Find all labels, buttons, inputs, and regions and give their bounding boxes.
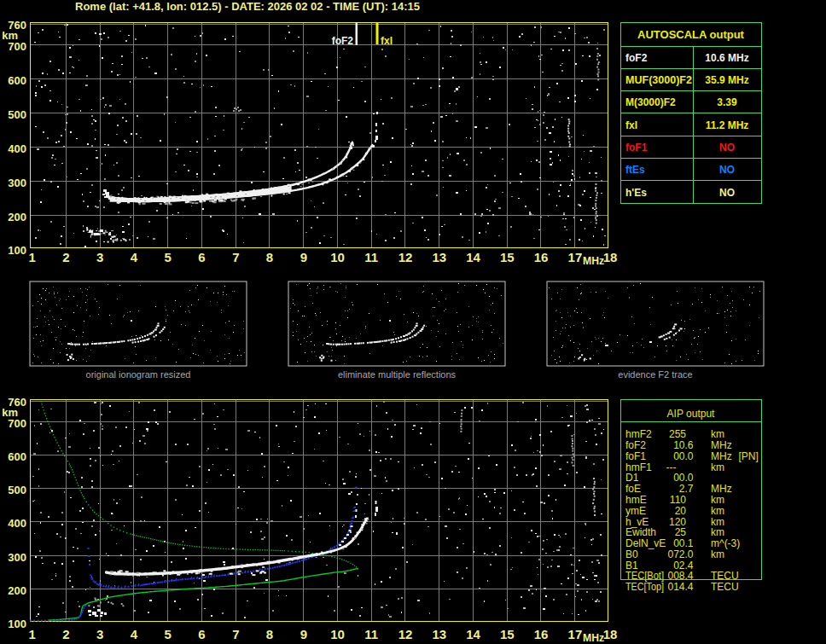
- svg-text:M(3000)F2: M(3000)F2: [625, 96, 676, 108]
- svg-text:4: 4: [131, 250, 138, 264]
- svg-text:5: 5: [165, 627, 172, 641]
- svg-text:13: 13: [432, 250, 446, 264]
- svg-text:9: 9: [300, 627, 307, 641]
- svg-text:700: 700: [8, 40, 26, 53]
- svg-text:014.4: 014.4: [667, 581, 693, 593]
- svg-text:600: 600: [8, 450, 26, 463]
- svg-text:14: 14: [466, 627, 480, 641]
- svg-text:NO: NO: [719, 142, 735, 154]
- svg-text:Rome (lat: +41.8, lon: 012.5): Rome (lat: +41.8, lon: 012.5) - DATE: 20…: [75, 0, 420, 13]
- svg-text:foF2: foF2: [625, 52, 648, 64]
- svg-text:km: km: [711, 548, 724, 560]
- svg-text:300: 300: [8, 177, 26, 189]
- svg-text:3: 3: [96, 250, 103, 264]
- svg-text:14: 14: [466, 250, 480, 264]
- svg-text:9: 9: [300, 250, 307, 264]
- svg-text:700: 700: [8, 417, 26, 430]
- svg-text:11: 11: [364, 627, 378, 641]
- svg-text:3: 3: [96, 627, 103, 641]
- svg-text:15: 15: [500, 627, 515, 641]
- svg-text:2: 2: [62, 627, 69, 641]
- svg-text:6: 6: [198, 250, 205, 264]
- svg-text:10: 10: [330, 627, 345, 641]
- svg-text:evidence F2 trace: evidence F2 trace: [618, 369, 692, 380]
- svg-text:17: 17: [568, 250, 583, 264]
- svg-text:3.39: 3.39: [717, 96, 737, 108]
- svg-text:eliminate multiple reflections: eliminate multiple reflections: [338, 369, 457, 380]
- svg-text:500: 500: [8, 484, 26, 496]
- svg-text:MHz: MHz: [583, 255, 604, 267]
- svg-text:400: 400: [8, 517, 26, 530]
- svg-text:400: 400: [8, 142, 26, 155]
- svg-text:18: 18: [603, 627, 618, 641]
- svg-text:8: 8: [266, 250, 273, 264]
- svg-text:NO: NO: [719, 187, 735, 199]
- svg-text:16: 16: [534, 627, 549, 641]
- svg-text:original ionogram resized: original ionogram resized: [86, 369, 191, 380]
- svg-text:13: 13: [432, 627, 446, 641]
- svg-text:10.6 MHz: 10.6 MHz: [705, 52, 748, 64]
- svg-text:12: 12: [398, 627, 413, 641]
- svg-text:200: 200: [8, 211, 26, 223]
- svg-text:15: 15: [500, 250, 515, 264]
- svg-text:km: km: [711, 461, 724, 473]
- svg-text:NO: NO: [719, 164, 735, 176]
- svg-text:TEC[Top]: TEC[Top]: [625, 581, 664, 593]
- svg-text:600: 600: [8, 74, 26, 87]
- svg-text:10: 10: [330, 250, 345, 264]
- svg-text:100: 100: [8, 618, 26, 630]
- svg-text:1: 1: [29, 627, 36, 641]
- svg-text:MHz: MHz: [583, 632, 604, 644]
- svg-text:200: 200: [8, 584, 26, 597]
- svg-text:35.9 MHz: 35.9 MHz: [705, 74, 748, 86]
- svg-text:AIP output: AIP output: [667, 408, 715, 420]
- svg-text:h'Es: h'Es: [625, 187, 647, 199]
- svg-text:fxI: fxI: [381, 35, 393, 47]
- svg-text:11.2 MHz: 11.2 MHz: [706, 119, 749, 131]
- svg-text:7: 7: [232, 627, 239, 641]
- svg-text:ftEs: ftEs: [625, 164, 645, 176]
- svg-text:18: 18: [603, 250, 618, 264]
- svg-text:TECU: TECU: [711, 581, 739, 593]
- svg-text:300: 300: [8, 551, 26, 564]
- svg-text:MUF(3000)F2: MUF(3000)F2: [625, 74, 692, 86]
- svg-text:16: 16: [534, 250, 549, 264]
- svg-text:500: 500: [8, 108, 26, 121]
- svg-text:00.0: 00.0: [673, 450, 694, 462]
- svg-text:[PN]: [PN]: [739, 450, 759, 462]
- svg-text:17: 17: [568, 627, 583, 641]
- svg-text:AUTOSCALA output: AUTOSCALA output: [637, 28, 745, 41]
- svg-text:2: 2: [62, 250, 69, 264]
- svg-text:8: 8: [266, 627, 273, 641]
- svg-text:4: 4: [131, 627, 138, 641]
- svg-text:5: 5: [165, 250, 172, 264]
- svg-text:7: 7: [232, 250, 239, 264]
- svg-text:foF1: foF1: [625, 142, 648, 154]
- svg-text:1: 1: [29, 250, 36, 264]
- svg-text:100: 100: [8, 244, 26, 257]
- svg-text:foF2: foF2: [332, 35, 354, 47]
- svg-text:12: 12: [398, 250, 413, 264]
- svg-text:6: 6: [198, 627, 205, 641]
- svg-text:11: 11: [364, 250, 378, 264]
- svg-text:fxI: fxI: [625, 119, 637, 131]
